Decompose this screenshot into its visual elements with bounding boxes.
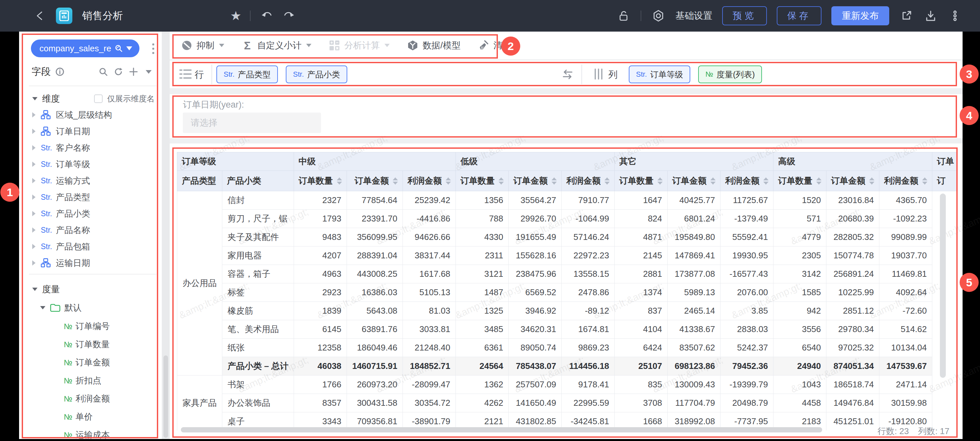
toolbar-item-clear[interactable]: 清空 bbox=[478, 40, 511, 51]
dimensions-section-header[interactable]: 维度 仅展示维度名 bbox=[32, 91, 158, 106]
pivot-toolbar: 抑制 Σ 自定义小计 分析计算 数据/模型 清空 bbox=[170, 32, 963, 60]
chevron-down-icon bbox=[32, 288, 38, 291]
string-type-icon: Str. bbox=[41, 242, 56, 251]
value-cell: 77854.64 bbox=[347, 191, 402, 209]
metric-header[interactable]: 利润金额 bbox=[562, 171, 615, 191]
row-shelf-pill[interactable]: Str.产品类型 bbox=[216, 66, 278, 83]
sidebar-measure-item[interactable]: №订单金额 bbox=[19, 353, 162, 372]
cols-label: 列 bbox=[608, 69, 617, 81]
sidebar-measure-item[interactable]: №单价 bbox=[19, 408, 162, 426]
toolbar-item-data-model[interactable]: 数据/模型 bbox=[407, 40, 461, 51]
sort-icon[interactable] bbox=[922, 177, 928, 185]
settings-label[interactable]: 基础设置 bbox=[676, 10, 712, 22]
metric-header[interactable]: 利润金额 bbox=[403, 171, 456, 191]
metric-header[interactable]: 订单金额 bbox=[668, 171, 721, 191]
metric-header[interactable]: 订单数量 bbox=[615, 171, 668, 191]
metric-header[interactable]: 订单金额 bbox=[347, 171, 402, 191]
measure-folder[interactable]: 默认 bbox=[40, 299, 81, 316]
swap-axes-icon[interactable] bbox=[562, 69, 574, 81]
metric-header[interactable]: 利润金额 bbox=[721, 171, 773, 191]
settings-gear-icon[interactable] bbox=[651, 8, 666, 23]
col-shelf-pill[interactable]: Str.订单等级 bbox=[629, 66, 690, 83]
measures-section-header[interactable]: 度量 bbox=[32, 282, 158, 297]
value-cell: 55592.41 bbox=[721, 228, 773, 246]
share-icon[interactable] bbox=[899, 8, 913, 23]
pill-label: 产品小类 bbox=[307, 69, 340, 80]
collapse-icon[interactable] bbox=[142, 65, 155, 78]
value-cell: 4092.64 bbox=[879, 283, 932, 302]
sidebar-measure-item[interactable]: №运输成本 bbox=[19, 426, 162, 439]
sidebar-measure-item[interactable]: №折扣点 bbox=[19, 372, 162, 390]
horizontal-scrollbar-thumb[interactable] bbox=[181, 427, 822, 433]
sort-icon[interactable] bbox=[552, 177, 557, 185]
lock-icon[interactable] bbox=[616, 8, 631, 23]
favorite-star-icon[interactable]: ★ bbox=[230, 10, 241, 22]
sort-icon[interactable] bbox=[816, 177, 821, 185]
metric-header[interactable]: 利润金额 bbox=[879, 171, 932, 191]
metric-header[interactable]: 订单金额 bbox=[826, 171, 879, 191]
col-group-header-clipped: 订单 bbox=[932, 152, 957, 171]
metric-header[interactable]: 订单数量 bbox=[456, 171, 509, 191]
metric-header[interactable]: 订单数量 bbox=[773, 171, 826, 191]
toolbar-item-analysis-calc[interactable]: 分析计算 bbox=[329, 40, 390, 51]
sort-icon[interactable] bbox=[445, 177, 451, 185]
sort-icon[interactable] bbox=[869, 177, 875, 185]
sidebar-dimension-item[interactable]: Str.运输方式 bbox=[19, 173, 162, 189]
sort-icon[interactable] bbox=[605, 177, 610, 185]
dataset-search-icon bbox=[115, 44, 123, 53]
sort-icon[interactable] bbox=[710, 177, 716, 185]
filter-date-input[interactable] bbox=[183, 113, 321, 133]
save-button[interactable]: 保存 bbox=[777, 6, 821, 26]
refresh-icon[interactable] bbox=[112, 65, 125, 78]
sidebar-dimension-item[interactable]: 订单日期 bbox=[19, 123, 162, 139]
dataset-selector[interactable]: company_sales_record bbox=[31, 40, 140, 57]
redo-icon[interactable] bbox=[282, 8, 297, 23]
vertical-scrollbar-thumb[interactable] bbox=[940, 193, 946, 378]
download-icon[interactable] bbox=[923, 8, 938, 23]
sort-icon[interactable] bbox=[393, 177, 398, 185]
toolbar-item-custom-subtotal[interactable]: Σ 自定义小计 bbox=[241, 40, 312, 51]
divider bbox=[29, 86, 156, 86]
sidebar-dimension-item[interactable]: Str.产品包箱 bbox=[19, 238, 162, 255]
value-cell: 1356 bbox=[456, 191, 509, 209]
value-cell: 3708 bbox=[615, 394, 668, 412]
sidebar-more-icon[interactable] bbox=[150, 42, 156, 56]
value-cell: 81.03 bbox=[403, 302, 456, 320]
sidebar-scrollbar[interactable] bbox=[162, 32, 170, 439]
metric-header[interactable]: 订单数量 bbox=[294, 171, 347, 191]
sidebar-dimension-item[interactable]: Str.产品小类 bbox=[19, 205, 162, 222]
value-cell: 1043 bbox=[773, 375, 826, 394]
preview-button[interactable]: 预览 bbox=[722, 6, 767, 26]
republish-button[interactable]: 重新发布 bbox=[831, 6, 889, 26]
sidebar-dimension-item[interactable]: Str.产品类型 bbox=[19, 189, 162, 205]
undo-icon[interactable] bbox=[259, 8, 274, 23]
value-cell: 46038 bbox=[294, 357, 347, 375]
sort-icon[interactable] bbox=[657, 177, 663, 185]
sidebar-measure-item[interactable]: №订单数量 bbox=[19, 336, 162, 353]
dimension-list: 区域_层级结构订单日期Str.客户名称Str.订单等级Str.运输方式Str.产… bbox=[19, 107, 162, 271]
metric-header[interactable]: 订单金额 bbox=[509, 171, 562, 191]
subcategory-cell: 产品小类 – 总计 bbox=[222, 357, 294, 375]
value-cell: 9869.23 bbox=[562, 339, 615, 357]
sidebar-dimension-item[interactable]: Str.客户名称 bbox=[19, 139, 162, 156]
sort-icon[interactable] bbox=[763, 177, 768, 185]
sidebar-dimension-item[interactable]: Str.订单等级 bbox=[19, 156, 162, 173]
back-icon[interactable] bbox=[33, 8, 47, 23]
sort-icon[interactable] bbox=[498, 177, 504, 185]
sort-icon[interactable] bbox=[337, 177, 342, 185]
table-panel: &amp;lt;&amp;gt;&amp;lt;&amp;gt;&amp;lt;… bbox=[170, 144, 963, 439]
value-cell: 7910.77 bbox=[562, 191, 615, 209]
row-shelf-pill[interactable]: Str.产品小类 bbox=[286, 66, 347, 83]
sidebar-measure-item[interactable]: №订单编号 bbox=[19, 317, 162, 336]
sidebar-dimension-item[interactable]: 运输日期 bbox=[19, 255, 162, 271]
add-field-icon[interactable] bbox=[127, 65, 140, 78]
only-dim-names-checkbox[interactable] bbox=[94, 94, 103, 103]
more-kebab-icon[interactable] bbox=[948, 8, 962, 23]
sidebar-dimension-item[interactable]: Str.产品名称 bbox=[19, 222, 162, 238]
search-icon[interactable] bbox=[97, 65, 110, 78]
sidebar-measure-item[interactable]: №利润金额 bbox=[19, 390, 162, 408]
toolbar-item-suppress[interactable]: 抑制 bbox=[181, 40, 224, 51]
col-shelf-pill[interactable]: №度量(列表) bbox=[698, 66, 762, 83]
value-cell: 4365.70 bbox=[879, 191, 932, 209]
sidebar-dimension-item[interactable]: 区域_层级结构 bbox=[19, 107, 162, 123]
